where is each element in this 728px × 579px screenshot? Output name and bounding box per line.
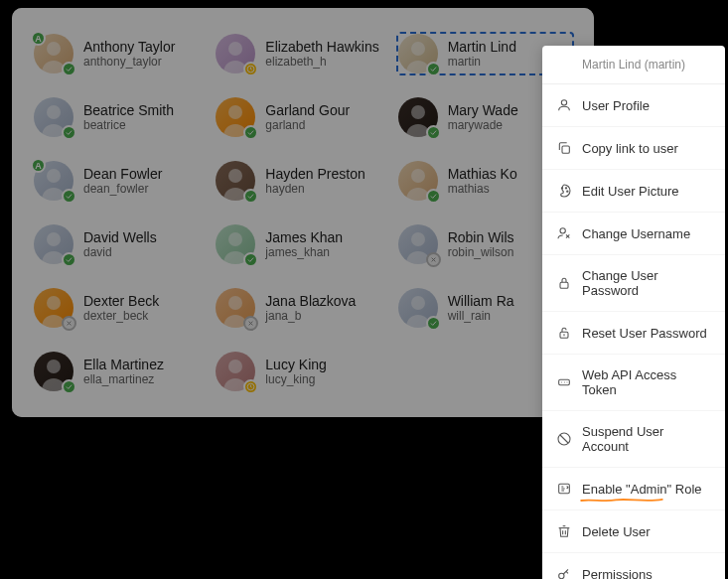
menu-label: Edit User Picture bbox=[582, 184, 679, 199]
user-display-name: Jana Blazkova bbox=[265, 293, 356, 309]
menu-web-api-token[interactable]: Web API Access Token bbox=[542, 355, 725, 411]
user-display-name: Elizabeth Hawkins bbox=[265, 39, 378, 55]
avatar bbox=[216, 34, 255, 73]
user-username: elizabeth_h bbox=[265, 55, 378, 69]
svg-point-0 bbox=[47, 42, 61, 56]
user-info: Anthony Tayloranthony_taylor bbox=[83, 39, 175, 69]
user-card[interactable]: ADean Fowlerdean_fowler bbox=[32, 159, 210, 203]
svg-point-16 bbox=[47, 360, 61, 373]
avatar bbox=[398, 34, 438, 73]
menu-label: Reset User Password bbox=[582, 326, 707, 341]
status-badge bbox=[62, 379, 76, 394]
avatar bbox=[398, 288, 438, 328]
menu-change-username[interactable]: Change Username bbox=[542, 213, 725, 255]
user-info: Martin Lindmartin bbox=[448, 39, 516, 69]
context-menu-header: Martin Lind (martin) bbox=[542, 46, 725, 84]
user-info: David Wellsdavid bbox=[83, 229, 157, 259]
status-badge bbox=[62, 189, 76, 204]
menu-user-profile[interactable]: User Profile bbox=[542, 84, 725, 127]
svg-point-15 bbox=[411, 296, 425, 310]
user-username: garland bbox=[265, 118, 350, 132]
user-card[interactable]: James Khanjames_khan bbox=[214, 222, 391, 266]
status-badge bbox=[243, 252, 258, 267]
menu-label: Suspend User Account bbox=[582, 424, 711, 454]
user-username: beatrice bbox=[83, 118, 174, 132]
avatar bbox=[34, 288, 73, 328]
menu-label: Permissions bbox=[582, 567, 653, 580]
status-badge bbox=[62, 316, 76, 331]
user-card[interactable]: Garland Gourgarland bbox=[214, 95, 391, 139]
user-card[interactable]: Elizabeth Hawkinselizabeth_h bbox=[214, 32, 391, 75]
reset-icon bbox=[556, 325, 572, 341]
user-info: Dexter Beckdexter_beck bbox=[83, 293, 159, 323]
avatar bbox=[398, 97, 438, 137]
admin-icon bbox=[556, 481, 572, 497]
user-card[interactable]: Dexter Beckdexter_beck bbox=[32, 286, 210, 330]
menu-delete-user[interactable]: Delete User bbox=[542, 510, 725, 553]
menu-reset-password[interactable]: Reset User Password bbox=[542, 312, 725, 355]
svg-rect-20 bbox=[562, 146, 569, 153]
user-username: dexter_beck bbox=[83, 309, 159, 323]
user-info: Hayden Prestonhayden bbox=[265, 166, 364, 196]
menu-label: Change User Password bbox=[582, 268, 711, 298]
avatar bbox=[34, 224, 73, 264]
username-icon bbox=[556, 225, 572, 241]
user-card[interactable]: Hayden Prestonhayden bbox=[214, 159, 391, 203]
user-display-name: Anthony Taylor bbox=[83, 39, 175, 55]
menu-suspend-user[interactable]: Suspend User Account bbox=[542, 411, 725, 468]
user-username: ella_martinez bbox=[83, 372, 164, 386]
svg-rect-25 bbox=[560, 282, 568, 288]
user-card[interactable]: David Wellsdavid bbox=[32, 222, 210, 266]
svg-point-8 bbox=[228, 169, 242, 183]
svg-point-22 bbox=[565, 188, 566, 189]
svg-point-12 bbox=[411, 232, 425, 246]
user-display-name: James Khan bbox=[265, 229, 343, 245]
user-display-name: David Wells bbox=[83, 229, 157, 245]
user-card[interactable]: AAnthony Tayloranthony_taylor bbox=[32, 32, 210, 75]
avatar bbox=[216, 97, 255, 137]
user-display-name: Beatrice Smith bbox=[83, 102, 174, 118]
admin-badge: A bbox=[31, 158, 46, 173]
user-username: david bbox=[83, 245, 157, 259]
user-display-name: Dean Fowler bbox=[83, 166, 162, 182]
svg-point-6 bbox=[411, 105, 425, 119]
menu-enable-admin[interactable]: Enable "Admin" Role bbox=[542, 468, 725, 510]
avatar bbox=[34, 97, 73, 137]
svg-point-30 bbox=[559, 573, 564, 578]
avatar: A bbox=[34, 34, 73, 73]
status-badge bbox=[62, 252, 76, 267]
svg-point-14 bbox=[228, 296, 242, 310]
status-badge bbox=[243, 316, 258, 331]
avatar bbox=[216, 288, 255, 328]
svg-point-11 bbox=[228, 232, 242, 246]
menu-edit-picture[interactable]: Edit User Picture bbox=[542, 170, 725, 213]
user-info: Mary Wademarywade bbox=[448, 102, 518, 132]
highlight-underline bbox=[580, 498, 663, 504]
svg-point-1 bbox=[228, 42, 242, 56]
menu-label: User Profile bbox=[582, 98, 650, 113]
copy-icon bbox=[556, 140, 572, 156]
status-badge bbox=[62, 62, 76, 76]
user-card[interactable]: Ella Martinezella_martinez bbox=[32, 350, 210, 393]
svg-point-23 bbox=[567, 191, 568, 192]
avatar: A bbox=[34, 161, 73, 201]
user-icon bbox=[556, 97, 572, 113]
svg-point-19 bbox=[561, 100, 566, 105]
user-display-name: Dexter Beck bbox=[83, 293, 159, 309]
user-card[interactable]: Lucy Kinglucy_king bbox=[214, 350, 391, 393]
user-display-name: Garland Gour bbox=[265, 102, 350, 118]
status-badge bbox=[426, 125, 441, 140]
menu-permissions[interactable]: Permissions bbox=[542, 553, 725, 579]
user-info: Lucy Kinglucy_king bbox=[265, 357, 326, 386]
user-display-name: Martin Lind bbox=[448, 39, 516, 55]
svg-point-9 bbox=[411, 169, 425, 183]
menu-copy-link[interactable]: Copy link to user bbox=[542, 127, 725, 170]
user-info: Robin Wilsrobin_wilson bbox=[448, 229, 514, 259]
user-display-name: Mary Wade bbox=[448, 102, 518, 118]
user-panel: AAnthony Tayloranthony_taylorElizabeth H… bbox=[12, 8, 594, 417]
user-card[interactable]: Beatrice Smithbeatrice bbox=[32, 95, 210, 139]
avatar bbox=[216, 352, 255, 391]
menu-change-password[interactable]: Change User Password bbox=[542, 255, 725, 312]
menu-label: Copy link to user bbox=[582, 141, 678, 156]
user-card[interactable]: Jana Blazkovajana_b bbox=[214, 286, 391, 330]
